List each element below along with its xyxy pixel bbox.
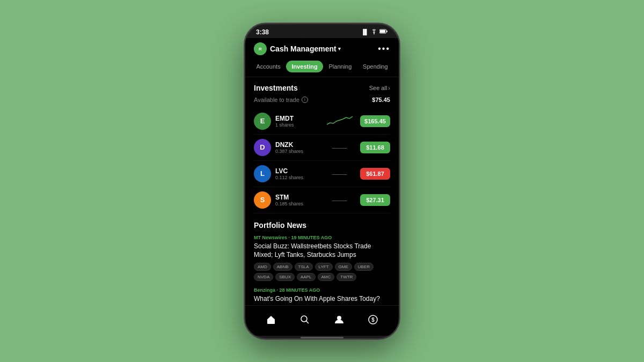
tag-abnb[interactable]: ABNB bbox=[273, 263, 292, 271]
svg-text:$: $ bbox=[371, 317, 375, 323]
tag-lyft[interactable]: LYFT bbox=[315, 263, 333, 271]
nav-cash-button[interactable]: $ bbox=[363, 310, 383, 329]
news-source-1: MT Newswires · 19 MINUTES AGO bbox=[254, 235, 390, 240]
stock-row-emdt[interactable]: E EMDT 1 shares $165.45 bbox=[254, 108, 390, 135]
main-content: Investments See all › Available to trade… bbox=[245, 77, 399, 305]
stock-price-stm: $27.31 bbox=[360, 194, 390, 206]
stock-row-lvc[interactable]: L LVC 0.112 shares — — $61.87 bbox=[254, 161, 390, 187]
stock-info-lvc: LVC 0.112 shares bbox=[275, 167, 318, 180]
header-left: R Cash Management ▾ bbox=[254, 42, 341, 55]
see-all-button[interactable]: See all › bbox=[369, 85, 390, 91]
stock-row-dnzk[interactable]: D DNZK 0.387 shares — — $11.68 bbox=[254, 135, 390, 161]
tag-gme[interactable]: GME bbox=[335, 263, 352, 271]
svg-point-0 bbox=[374, 33, 375, 34]
header-title[interactable]: Cash Management ▾ bbox=[270, 45, 341, 53]
phone-frame: 3:38 ▐▌ bbox=[244, 23, 400, 339]
more-options-button[interactable]: ••• bbox=[378, 44, 390, 54]
stock-chart-dnzk: — — bbox=[318, 143, 360, 152]
tag-uber[interactable]: UBER bbox=[354, 263, 374, 271]
stock-price-emdt: $165.45 bbox=[360, 115, 390, 127]
status-icons: ▐▌ bbox=[361, 29, 388, 35]
tag-amc[interactable]: AMC bbox=[318, 273, 335, 281]
stock-shares-emdt: 1 shares bbox=[275, 122, 318, 128]
tag-amd[interactable]: AMD bbox=[254, 263, 271, 271]
bottom-nav: $ bbox=[245, 305, 399, 336]
investments-section-header: Investments See all › bbox=[254, 84, 390, 92]
svg-line-7 bbox=[306, 321, 309, 323]
tab-bar: Accounts Investing Planning Spending bbox=[245, 57, 399, 77]
svg-point-8 bbox=[337, 316, 341, 320]
chart-dash-stm: — — bbox=[332, 196, 346, 204]
header-avatar: R bbox=[254, 42, 267, 55]
stock-price-dnzk: $11.68 bbox=[360, 142, 390, 153]
stock-row-stm[interactable]: S STM 0.185 shares — — $27.31 bbox=[254, 187, 390, 213]
signal-icon: ▐▌ bbox=[361, 29, 369, 35]
nav-search-button[interactable] bbox=[295, 310, 314, 329]
stock-price-lvc: $61.87 bbox=[360, 168, 390, 180]
news-item-2[interactable]: Benzinga · 28 MINUTES AGO What's Going O… bbox=[254, 287, 390, 304]
available-label: Available to trade i bbox=[254, 97, 308, 103]
news-tags-1: AMD ABNB TSLA LYFT GME UBER NVDA SBUX AA… bbox=[254, 263, 390, 281]
tab-spending[interactable]: Spending bbox=[357, 61, 393, 72]
stock-chart-stm: — — bbox=[318, 196, 360, 204]
wifi-icon bbox=[371, 29, 377, 35]
stock-shares-lvc: 0.112 shares bbox=[275, 175, 318, 180]
tab-investing[interactable]: Investing bbox=[286, 61, 323, 72]
stock-ticker-stm: STM bbox=[275, 194, 318, 201]
info-icon[interactable]: i bbox=[302, 97, 308, 103]
portfolio-news-section: Portfolio News MT Newswires · 19 MINUTES… bbox=[254, 221, 390, 304]
stock-shares-stm: 0.185 shares bbox=[275, 201, 318, 206]
phone-notch bbox=[295, 24, 349, 36]
tag-twtr[interactable]: TWTR bbox=[336, 273, 356, 281]
available-amount: $75.45 bbox=[372, 97, 390, 103]
stock-ticker-dnzk: DNZK bbox=[275, 141, 318, 149]
tag-sbux[interactable]: SBUX bbox=[275, 273, 295, 281]
stock-chart-lvc: — — bbox=[318, 169, 360, 178]
svg-rect-3 bbox=[386, 31, 387, 32]
tag-tsla[interactable]: TSLA bbox=[295, 263, 313, 271]
app-header: R Cash Management ▾ ••• bbox=[245, 38, 399, 57]
tag-nvda[interactable]: NVDA bbox=[254, 273, 273, 281]
investments-title: Investments bbox=[254, 84, 298, 92]
stock-shares-dnzk: 0.387 shares bbox=[275, 149, 318, 154]
battery-icon bbox=[379, 29, 388, 35]
chart-dash-dnzk: — — bbox=[332, 143, 346, 152]
svg-point-6 bbox=[301, 316, 307, 322]
stock-chart-emdt bbox=[318, 115, 360, 128]
tag-aapl[interactable]: AAPL bbox=[297, 273, 315, 281]
portfolio-news-title: Portfolio News bbox=[254, 221, 390, 230]
stock-info-dnzk: DNZK 0.387 shares bbox=[275, 141, 318, 154]
stock-avatar-emdt: E bbox=[254, 113, 271, 130]
news-item-1[interactable]: MT Newswires · 19 MINUTES AGO Social Buz… bbox=[254, 235, 390, 282]
news-source-2: Benzinga · 28 MINUTES AGO bbox=[254, 287, 390, 293]
chevron-right-icon: › bbox=[388, 85, 390, 91]
status-time: 3:38 bbox=[256, 28, 269, 36]
stock-ticker-lvc: LVC bbox=[275, 167, 318, 175]
nav-profile-button[interactable] bbox=[330, 310, 349, 329]
tab-accounts[interactable]: Accounts bbox=[251, 61, 286, 72]
home-indicator bbox=[301, 337, 343, 338]
stock-ticker-emdt: EMDT bbox=[275, 115, 318, 122]
stock-avatar-lvc: L bbox=[254, 165, 271, 182]
stock-info-emdt: EMDT 1 shares bbox=[275, 115, 318, 128]
tab-planning[interactable]: Planning bbox=[324, 61, 357, 72]
stock-avatar-dnzk: D bbox=[254, 139, 271, 156]
svg-rect-2 bbox=[380, 30, 385, 33]
svg-text:R: R bbox=[259, 47, 262, 51]
chart-dash-lvc: — — bbox=[332, 169, 346, 178]
chevron-down-icon: ▾ bbox=[338, 46, 341, 51]
available-to-trade-row: Available to trade i $75.45 bbox=[254, 97, 390, 103]
screen-content: Accounts Investing Planning Spending Inv… bbox=[245, 57, 399, 305]
stock-avatar-stm: S bbox=[254, 191, 271, 209]
nav-home-button[interactable] bbox=[261, 310, 281, 329]
stock-info-stm: STM 0.185 shares bbox=[275, 194, 318, 206]
news-headline-2: What's Going On With Apple Shares Today? bbox=[254, 294, 390, 304]
news-headline-1: Social Buzz: Wallstreetbets Stocks Trade… bbox=[254, 242, 390, 260]
